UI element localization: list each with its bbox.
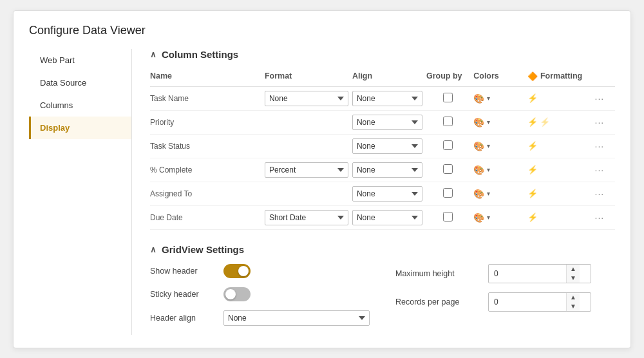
groupby-cell-priority (426, 110, 473, 134)
formatting-cell-task-name: ⚡ (527, 86, 595, 110)
table-row: Task Status NoneLeftCenterRight (150, 134, 615, 158)
align-select-pct-complete[interactable]: NoneLeftCenterRight (352, 162, 422, 178)
more-dots-icon[interactable]: ··· (595, 165, 605, 175)
maximum-height-spinners: ▲ ▼ (566, 265, 580, 283)
more-dots-icon[interactable]: ··· (595, 189, 605, 199)
col-header-colors: Colors (473, 69, 527, 87)
align-cell-assigned-to: NoneLeftCenterRight (352, 182, 426, 205)
more-dots-icon[interactable]: ··· (595, 141, 605, 151)
records-per-page-input[interactable] (489, 294, 566, 310)
colors-chevron-icon[interactable]: ▾ (487, 214, 490, 221)
records-per-page-input-wrap: ▲ ▼ (488, 292, 591, 312)
row-name-task-status: Task Status (150, 134, 265, 158)
align-cell-task-name: NoneLeftCenterRight (352, 86, 426, 110)
align-select-due-date[interactable]: NoneLeftCenterRight (352, 210, 422, 225)
records-per-page-row: Records per page ▲ ▼ (395, 292, 615, 312)
colors-chevron-icon[interactable]: ▾ (487, 166, 490, 173)
groupby-checkbox-task-name[interactable] (443, 93, 453, 102)
groupby-checkbox-due-date[interactable] (443, 212, 453, 221)
align-cell-task-status: NoneLeftCenterRight (352, 134, 426, 158)
row-name-pct-complete: % Complete (150, 158, 265, 182)
formatting-cell-pct-complete: ⚡ (527, 158, 595, 182)
paint-icon[interactable]: 🎨 (473, 189, 484, 199)
more-cell-priority: ··· (595, 110, 615, 134)
formatting-cell-assigned-to: ⚡ (527, 182, 595, 205)
sticky-header-toggle[interactable] (223, 287, 251, 301)
groupby-checkbox-assigned-to[interactable] (443, 188, 453, 198)
col-header-name: Name (150, 69, 265, 87)
groupby-checkbox-task-status[interactable] (443, 140, 453, 150)
paint-icon[interactable]: 🎨 (473, 93, 484, 104)
collapse-icon-gridview[interactable]: ∧ (150, 245, 156, 254)
more-dots-icon[interactable]: ··· (595, 212, 605, 223)
col-header-more (595, 69, 615, 87)
more-cell-assigned-to: ··· (595, 182, 615, 205)
format-cell-priority (265, 110, 352, 134)
paint-icon[interactable]: 🎨 (473, 141, 484, 151)
sidebar-item-web-part[interactable]: Web Part (29, 49, 131, 71)
page-title: Configure Data Viewer (29, 24, 615, 37)
maximum-height-input[interactable] (489, 266, 566, 281)
lightning-icon[interactable]: ⚡ (527, 212, 538, 222)
groupby-checkbox-priority[interactable] (443, 117, 453, 126)
lightning-icon-2[interactable]: ⚡ (540, 117, 550, 127)
colors-chevron-icon[interactable]: ▾ (487, 118, 490, 126)
paint-icon[interactable]: 🎨 (473, 212, 484, 223)
gridview-body: Show header Sticky header Header align N… (150, 264, 615, 335)
table-row: Priority NoneLeftCenterRight � (150, 110, 615, 134)
row-name-due-date: Due Date (150, 205, 265, 229)
align-select-task-status[interactable]: NoneLeftCenterRight (352, 138, 422, 154)
max-height-decrement[interactable]: ▼ (567, 274, 580, 283)
formatting-cell-task-status: ⚡ (527, 134, 595, 158)
lightning-icon[interactable]: ⚡ (527, 93, 538, 103)
colors-chevron-icon[interactable]: ▾ (487, 190, 490, 197)
max-height-increment[interactable]: ▲ (567, 265, 580, 274)
lightning-icon[interactable]: ⚡ (527, 165, 538, 174)
records-increment[interactable]: ▲ (567, 293, 580, 302)
align-select-task-name[interactable]: NoneLeftCenterRight (352, 91, 422, 106)
colors-chevron-icon[interactable]: ▾ (487, 95, 490, 102)
more-dots-icon[interactable]: ··· (595, 93, 605, 104)
header-align-row: Header align NoneLeftCenterRight (150, 310, 370, 326)
show-header-toggle[interactable] (223, 264, 251, 278)
paint-icon[interactable]: 🎨 (473, 165, 484, 175)
groupby-cell-task-status (426, 134, 473, 158)
align-select-priority[interactable]: NoneLeftCenterRight (352, 115, 422, 130)
column-settings-table: Name Format Align Group by Colors 🔶 Form… (150, 69, 615, 230)
groupby-cell-task-name (426, 86, 473, 110)
sidebar-item-data-source[interactable]: Data Source (29, 71, 131, 94)
layout: Web Part Data Source Columns Display ∧ C… (29, 49, 615, 335)
gridview-left-col: Show header Sticky header Header align N… (150, 264, 370, 335)
colors-chevron-icon[interactable]: ▾ (487, 142, 490, 149)
main-card: Configure Data Viewer Web Part Data Sour… (13, 10, 631, 348)
table-row: Assigned To NoneLeftCenterRight (150, 182, 615, 205)
lightning-icon[interactable]: ⚡ (527, 117, 538, 127)
colors-cell-due-date: 🎨 ▾ (473, 205, 527, 229)
formatting-icon: 🔶 (527, 71, 538, 81)
more-cell-task-status: ··· (595, 134, 615, 158)
format-cell-task-name: NonePercentShort Date (265, 86, 352, 110)
format-select-task-name[interactable]: NonePercentShort Date (265, 91, 348, 106)
records-decrement[interactable]: ▼ (567, 302, 580, 311)
align-select-assigned-to[interactable]: NoneLeftCenterRight (352, 186, 422, 202)
colors-cell-priority: 🎨 ▾ (473, 110, 527, 134)
records-per-page-spinners: ▲ ▼ (566, 293, 580, 311)
lightning-icon[interactable]: ⚡ (527, 189, 538, 198)
collapse-icon[interactable]: ∧ (150, 50, 156, 59)
header-align-select[interactable]: NoneLeftCenterRight (223, 310, 370, 326)
groupby-checkbox-pct-complete[interactable] (443, 164, 453, 174)
header-align-label: Header align (150, 314, 214, 323)
align-cell-pct-complete: NoneLeftCenterRight (352, 158, 426, 182)
maximum-height-label: Maximum height (395, 269, 479, 278)
format-cell-task-status (265, 134, 352, 158)
format-select-due-date[interactable]: NonePercentShort DateLong Date (265, 210, 348, 225)
sidebar-item-display[interactable]: Display (29, 117, 131, 139)
sidebar-item-columns[interactable]: Columns (29, 94, 131, 117)
paint-icon[interactable]: 🎨 (473, 117, 484, 127)
row-name-task-name: Task Name (150, 86, 265, 110)
format-select-pct-complete[interactable]: NonePercentShort Date (265, 162, 348, 178)
sidebar: Web Part Data Source Columns Display (29, 49, 132, 335)
more-dots-icon[interactable]: ··· (595, 117, 605, 127)
format-cell-pct-complete: NonePercentShort Date (265, 158, 352, 182)
lightning-icon[interactable]: ⚡ (527, 141, 538, 151)
